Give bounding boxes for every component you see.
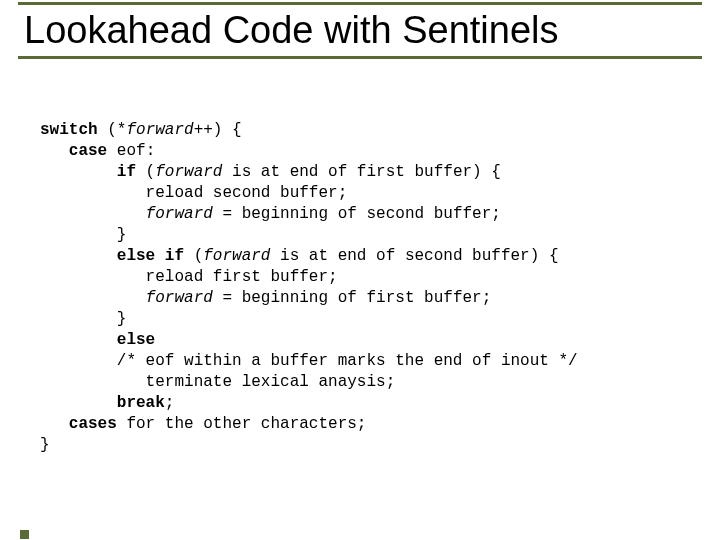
code-text: terminate lexical anaysis; (40, 373, 395, 391)
code-comment: /* eof within a buffer marks the end of … (40, 352, 578, 370)
kw-switch: switch (40, 121, 98, 139)
code-block: switch (*forward++) { case eof: if (forw… (40, 120, 700, 456)
code-text: reload second buffer; (40, 184, 347, 202)
slide-title: Lookahead Code with Sentinels (18, 5, 702, 56)
code-text: (* (98, 121, 127, 139)
it-forward: forward (146, 289, 213, 307)
code-text: = beginning of second buffer; (213, 205, 501, 223)
kw-case: case (40, 142, 107, 160)
it-forward: forward (126, 121, 193, 139)
code-text: is at end of first buffer) { (222, 163, 500, 181)
code-text: reload first buffer; (40, 268, 338, 286)
code-text: ( (136, 163, 155, 181)
kw-elseif: else if (40, 247, 184, 265)
code-text: } (40, 226, 126, 244)
title-rule-bottom (18, 56, 702, 59)
code-text: } (40, 310, 126, 328)
kw-if: if (40, 163, 136, 181)
code-text: = beginning of first buffer; (213, 289, 491, 307)
code-text: ++) { (194, 121, 242, 139)
it-forward: forward (203, 247, 270, 265)
code-text: ; (165, 394, 175, 412)
bullet-icon (20, 530, 29, 539)
kw-break: break (40, 394, 165, 412)
it-forward: forward (155, 163, 222, 181)
code-text: is at end of second buffer) { (270, 247, 558, 265)
code-text: eof: (107, 142, 155, 160)
code-text: ( (184, 247, 203, 265)
it-forward: forward (146, 205, 213, 223)
title-block: Lookahead Code with Sentinels (18, 2, 702, 59)
code-text (40, 289, 146, 307)
kw-else: else (40, 331, 155, 349)
slide: Lookahead Code with Sentinels switch (*f… (0, 0, 720, 540)
code-text: } (40, 436, 50, 454)
kw-cases: cases (40, 415, 117, 433)
code-text: for the other characters; (117, 415, 367, 433)
code-text (40, 205, 146, 223)
